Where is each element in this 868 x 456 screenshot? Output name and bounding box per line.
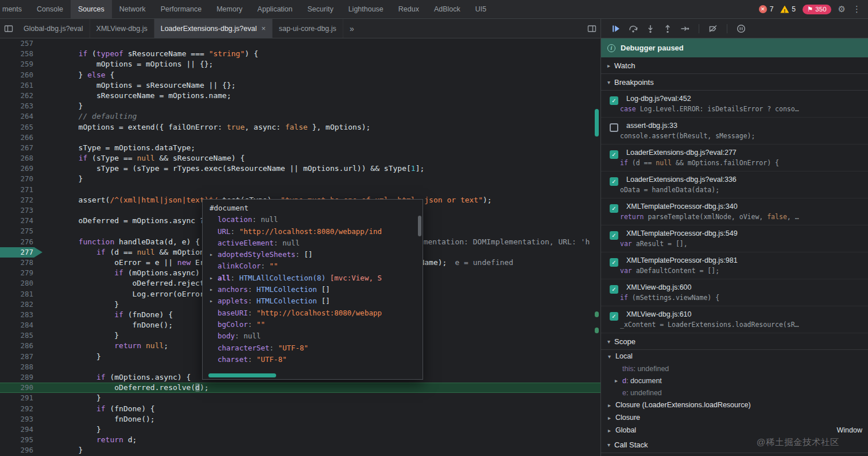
panel-tab-security[interactable]: Security xyxy=(300,0,341,18)
line-number[interactable]: 287 xyxy=(0,352,42,362)
watch-section-header[interactable]: ▸ Watch xyxy=(601,57,868,74)
extension-flag-badge[interactable]: ⚑ 350 xyxy=(803,5,831,14)
line-number[interactable]: 259 xyxy=(0,59,42,69)
line-number[interactable]: 260 xyxy=(0,70,42,80)
line-number[interactable]: 276 xyxy=(0,237,42,247)
line-number[interactable]: 268 xyxy=(0,153,42,163)
panel-tab-redux[interactable]: Redux xyxy=(391,0,427,18)
file-tab[interactable]: XMLView-dbg.js xyxy=(90,19,154,38)
expander-icon[interactable]: ▸ xyxy=(615,377,622,384)
line-number[interactable]: 295 xyxy=(0,435,42,445)
line-number[interactable]: 282 xyxy=(0,299,42,310)
breakpoint-item[interactable]: ✓XMLView-dbg.js:600if (mSettings.viewNam… xyxy=(601,279,868,306)
tooltip-vertical-scrollbar[interactable] xyxy=(418,216,421,236)
panel-tab-ments[interactable]: ments xyxy=(0,0,29,18)
editor-scrollbar-thumb[interactable] xyxy=(595,109,599,137)
breakpoint-item[interactable]: assert-dbg.js:33console.assert(bResult, … xyxy=(601,118,868,145)
scope-group-row[interactable]: ▸Closure xyxy=(601,411,868,424)
step-into-icon[interactable] xyxy=(645,23,656,34)
line-number[interactable]: 273 xyxy=(0,205,42,216)
line-number[interactable]: 277 xyxy=(0,247,42,258)
scope-variable-row[interactable]: ▸d: document xyxy=(601,375,868,387)
tooltip-horizontal-scrollbar[interactable] xyxy=(208,373,276,377)
line-number[interactable]: 279 xyxy=(0,268,42,278)
line-number[interactable]: 263 xyxy=(0,101,42,111)
line-number[interactable]: 262 xyxy=(0,91,42,101)
tooltip-property-row[interactable]: ▸all: HTMLAllCollection(8) [mvc:View, S xyxy=(210,272,416,284)
line-number[interactable]: 291 xyxy=(0,393,42,403)
panel-tab-lighthouse[interactable]: Lighthouse xyxy=(341,0,391,18)
breakpoint-checkbox[interactable]: ✓ xyxy=(610,231,618,240)
breakpoints-section-header[interactable]: ▾ Breakpoints xyxy=(601,74,868,91)
breakpoint-checkbox[interactable]: ✓ xyxy=(610,204,618,213)
breakpoint-item[interactable]: ✓XMLTemplateProcessor-dbg.js:549var aRes… xyxy=(601,225,868,252)
console-error-badge[interactable]: ✕ 7 xyxy=(759,5,774,13)
tooltip-property-row[interactable]: ▸adoptedStyleSheets: [] xyxy=(210,249,416,260)
breakpoint-checkbox[interactable]: ✓ xyxy=(610,150,618,159)
panel-tab-performance[interactable]: Performance xyxy=(153,0,210,18)
step-icon[interactable] xyxy=(679,23,691,34)
breakpoint-item[interactable]: ✓XMLView-dbg.js:610_xContent = LoaderExt… xyxy=(601,306,868,333)
deactivate-breakpoints-icon[interactable] xyxy=(707,23,719,34)
line-number[interactable]: 267 xyxy=(0,143,42,153)
panel-toggle-icon[interactable] xyxy=(583,19,600,38)
panel-tab-console[interactable]: Console xyxy=(29,0,71,18)
line-number[interactable]: 288 xyxy=(0,362,42,372)
line-number[interactable]: 275 xyxy=(0,226,42,236)
more-menu-icon[interactable]: ⋮ xyxy=(852,4,861,14)
line-number[interactable]: 261 xyxy=(0,80,42,91)
line-number[interactable]: 294 xyxy=(0,424,42,435)
breakpoint-checkbox[interactable]: ✓ xyxy=(610,258,618,267)
expander-icon[interactable]: ▸ xyxy=(210,249,213,260)
scope-group-row[interactable]: ▸GlobalWindow xyxy=(601,424,868,436)
line-number[interactable]: 266 xyxy=(0,132,42,143)
scope-group-row[interactable]: ▾Local xyxy=(601,350,868,363)
line-number[interactable]: 272 xyxy=(0,195,42,205)
file-tab[interactable]: sap-ui-core-dbg.js xyxy=(273,19,343,38)
line-number[interactable]: 257 xyxy=(0,38,42,49)
line-number[interactable]: 285 xyxy=(0,330,42,341)
tooltip-property-row[interactable]: ▸anchors: HTMLCollection [] xyxy=(210,284,416,295)
line-number[interactable]: 265 xyxy=(0,122,42,132)
show-navigator-icon[interactable] xyxy=(0,19,17,38)
more-tabs-icon[interactable]: » xyxy=(343,19,361,38)
breakpoint-checkbox[interactable]: ✓ xyxy=(610,96,618,105)
line-number[interactable]: 269 xyxy=(0,163,42,174)
line-number[interactable]: 274 xyxy=(0,216,42,226)
panel-tab-application[interactable]: Application xyxy=(250,0,300,18)
scope-group-row[interactable]: ▸Closure (LoaderExtensions.loadResource) xyxy=(601,399,868,411)
scope-variable-row[interactable]: e: undefined xyxy=(601,387,868,399)
breakpoint-checkbox[interactable]: ✓ xyxy=(610,312,618,321)
line-number[interactable]: 264 xyxy=(0,111,42,122)
line-number[interactable]: 280 xyxy=(0,278,42,289)
panel-tab-network[interactable]: Network xyxy=(112,0,153,18)
line-number[interactable]: 271 xyxy=(0,185,42,195)
step-out-icon[interactable] xyxy=(662,23,673,34)
line-number[interactable]: 281 xyxy=(0,289,42,299)
line-number[interactable]: 283 xyxy=(0,310,42,320)
resume-icon[interactable] xyxy=(610,23,622,34)
scope-section-header[interactable]: ▾ Scope xyxy=(601,333,868,350)
line-number[interactable]: 289 xyxy=(0,372,42,383)
panel-tab-memory[interactable]: Memory xyxy=(209,0,250,18)
tooltip-property-row[interactable]: ▸applets: HTMLCollection [] xyxy=(210,295,416,307)
breakpoint-checkbox[interactable] xyxy=(610,123,618,132)
console-warning-badge[interactable]: ! 5 xyxy=(780,5,796,13)
expander-icon[interactable]: ▸ xyxy=(608,402,615,408)
breakpoint-item[interactable]: ✓LoaderExtensions-dbg.js?eval:336oData =… xyxy=(601,172,868,198)
expander-icon[interactable]: ▸ xyxy=(210,284,213,295)
step-over-icon[interactable] xyxy=(627,23,639,34)
breakpoint-item[interactable]: ✓LoaderExtensions-dbg.js?eval:277if (d =… xyxy=(601,145,868,172)
panel-tab-adblock[interactable]: AdBlock xyxy=(427,0,468,18)
breakpoint-checkbox[interactable]: ✓ xyxy=(610,285,618,294)
close-icon[interactable]: × xyxy=(261,24,266,33)
file-tab[interactable]: LoaderExtensions-dbg.js?eval× xyxy=(154,19,273,38)
scope-variable-row[interactable]: this: undefined xyxy=(601,363,868,375)
line-number[interactable]: 270 xyxy=(0,174,42,184)
expander-icon[interactable]: ▸ xyxy=(608,415,615,421)
expander-icon[interactable]: ▸ xyxy=(210,295,213,307)
line-number[interactable]: 290 xyxy=(0,383,42,393)
panel-tab-sources[interactable]: Sources xyxy=(71,0,112,18)
line-number[interactable]: 292 xyxy=(0,404,42,414)
line-number[interactable]: 284 xyxy=(0,320,42,330)
